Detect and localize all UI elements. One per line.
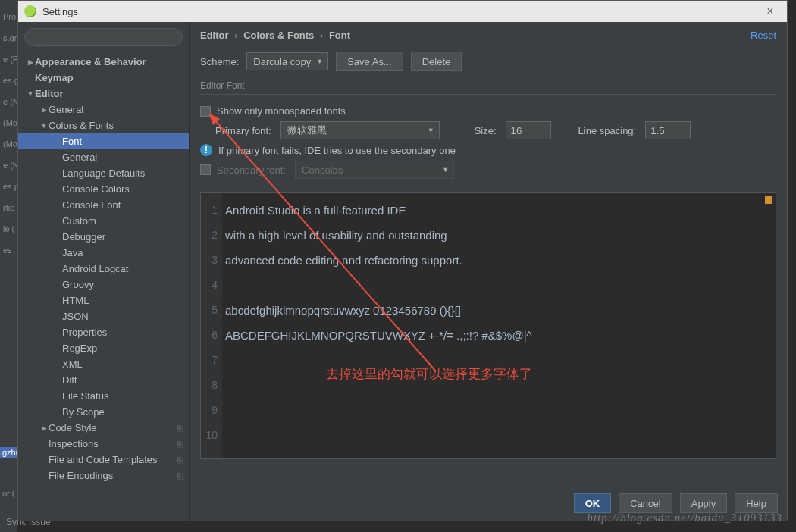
tree-item-label: RegExp [62,343,97,354]
spacing-input[interactable] [645,121,691,139]
delete-button[interactable]: Delete [411,52,462,71]
size-input[interactable] [506,121,551,139]
spacing-label: Line spacing: [578,125,637,136]
secondary-font-select[interactable]: Consolas [295,161,454,179]
chevron-icon [26,58,35,66]
scheme-select[interactable]: Darcula copy [246,52,328,70]
tree-item-groovy[interactable]: Groovy [18,277,189,293]
tree-item-label: Console Colors [62,183,130,195]
save-as-button[interactable]: Save As... [336,52,403,71]
tree-item-label: Console Font [62,199,121,211]
tree-item-label: Font [62,136,82,147]
tree-item-label: General [49,104,83,115]
close-icon[interactable]: × [760,5,781,18]
tree-item-console-font[interactable]: Console Font [18,197,189,213]
cancel-button[interactable]: Cancel [619,493,672,513]
sidebar: 🔍 Appearance & BehaviorKeymapEditorGener… [18,22,190,521]
section-title: Editor Font [190,79,787,94]
tree-item-keymap[interactable]: Keymap [18,70,189,86]
secondary-checkbox[interactable] [200,164,211,175]
scheme-label: Scheme: [200,56,239,67]
monospaced-checkbox[interactable] [200,106,211,117]
secondary-font-label: Secondary font: [217,164,286,176]
tree-item-xml[interactable]: XML [18,356,189,372]
breadcrumb: Editor › Colors & Fonts › Font [200,30,350,41]
tree-item-label: Colors & Fonts [49,120,114,131]
chevron-icon [39,122,49,130]
tree-item-label: General [62,152,97,163]
tree-item-label: Code Style [49,422,97,433]
tree-item-general[interactable]: General [18,102,189,117]
tree-item-inspections[interactable]: Inspections⎘ [18,436,189,452]
tree-item-file-status[interactable]: File Status [18,388,189,404]
config-icon: ⎘ [177,424,183,433]
tree-item-label: File and Code Templates [49,454,158,465]
primary-font-select[interactable]: 微软雅黑 [280,121,440,139]
ok-button[interactable]: OK [574,493,612,513]
tree-item-label: Android Logcat [62,263,128,274]
size-label: Size: [475,125,497,136]
tree-item-label: Properties [62,327,107,338]
config-icon: ⎘ [177,440,183,449]
config-icon: ⎘ [177,455,183,465]
reset-link[interactable]: Reset [751,30,776,41]
font-preview: 12345678910 Android Studio is a full-fea… [200,192,776,459]
titlebar: Settings × [18,1,787,22]
tree-item-label: Editor [35,88,64,99]
chevron-icon [39,106,49,114]
tree-item-by-scope[interactable]: By Scope [18,404,189,420]
tree-item-java[interactable]: Java [18,245,189,261]
config-icon: ⎘ [177,471,183,480]
preview-code: Android Studio is a full-featured IDE wi… [225,198,532,348]
info-icon: ! [200,144,212,156]
tree-item-label: File Encodings [49,470,113,481]
tree-item-code-style[interactable]: Code Style⎘ [18,420,189,436]
tree-item-label: By Scope [62,406,105,418]
tree-item-file-encodings[interactable]: File Encodings⎘ [18,468,189,483]
chevron-icon [26,90,35,98]
tree-item-label: Keymap [35,72,74,83]
tree-item-label: Diff [62,374,77,386]
tree-item-debugger[interactable]: Debugger [18,229,189,245]
chevron-icon [39,424,49,432]
help-button[interactable]: Help [735,493,778,513]
tree-item-html[interactable]: HTML [18,293,189,308]
apply-button[interactable]: Apply [680,493,728,513]
tree-item-custom[interactable]: Custom [18,213,189,229]
tree-item-properties[interactable]: Properties [18,324,189,340]
app-icon [24,5,36,17]
tree-item-label: Inspections [49,438,99,449]
main-panel: Editor › Colors & Fonts › Font Reset Sch… [190,22,787,521]
tree-item-json[interactable]: JSON [18,308,189,324]
primary-font-label: Primary font: [215,125,271,136]
tree-item-console-colors[interactable]: Console Colors [18,181,189,197]
gutter: 12345678910 [201,193,222,458]
tree-item-label: JSON [62,311,89,322]
tree-item-label: File Status [62,390,108,402]
tree-item-label: Groovy [62,279,94,290]
tree-item-colors-fonts[interactable]: Colors & Fonts [18,117,189,133]
tree-item-general[interactable]: General [18,149,189,165]
settings-dialog: Settings × 🔍 Appearance & BehaviorKeymap… [17,0,788,521]
dialog-buttons: OK Cancel Apply Help [574,493,778,513]
tree-item-appearance-behavior[interactable]: Appearance & Behavior [18,54,189,70]
tree-item-regexp[interactable]: RegExp [18,340,189,356]
settings-tree[interactable]: Appearance & BehaviorKeymapEditorGeneral… [18,51,189,521]
tree-item-editor[interactable]: Editor [18,86,189,102]
tree-item-font[interactable]: Font [18,133,189,149]
tree-item-label: Java [62,247,83,258]
tree-item-file-and-code-templates[interactable]: File and Code Templates⎘ [18,452,189,468]
warning-marker [765,196,772,204]
tree-item-label: HTML [62,295,89,306]
tree-item-label: Debugger [62,231,105,243]
tree-item-label: Custom [62,215,96,227]
annotation-text: 去掉这里的勾就可以选择更多字体了 [326,365,532,383]
tree-item-language-defaults[interactable]: Language Defaults [18,165,189,181]
search-input[interactable] [24,28,183,46]
tree-item-diff[interactable]: Diff [18,372,189,388]
tree-item-label: XML [62,358,83,370]
tree-item-label: Appearance & Behavior [35,56,146,67]
monospaced-label: Show only monospaced fonts [217,105,346,117]
tree-item-label: Language Defaults [62,167,145,179]
tree-item-android-logcat[interactable]: Android Logcat [18,261,189,277]
